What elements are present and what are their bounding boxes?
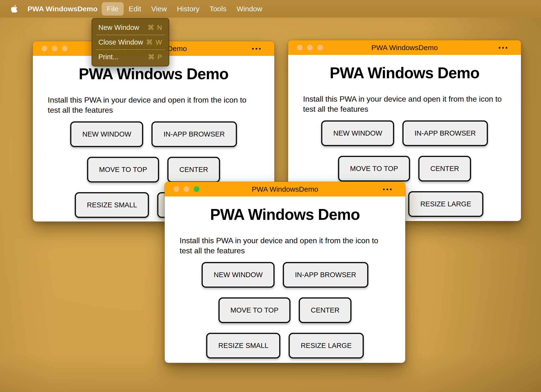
resize-small-button[interactable]: RESIZE SMALL: [75, 192, 149, 218]
menu-item-label: New Window: [98, 24, 139, 32]
menu-separator: [96, 49, 165, 50]
button-row: MOVE TO TOP CENTER: [303, 156, 506, 182]
button-row: NEW WINDOW IN-APP BROWSER: [303, 120, 506, 146]
traffic-light-zoom-button[interactable]: [194, 186, 199, 192]
center-button[interactable]: CENTER: [418, 156, 471, 182]
menu-edit[interactable]: Edit: [124, 2, 146, 16]
move-to-top-button[interactable]: MOVE TO TOP: [87, 157, 159, 183]
desktop: PWA WindowsDemo ••• PWA Windows Demo Ins…: [0, 0, 541, 392]
resize-small-button[interactable]: RESIZE SMALL: [206, 333, 280, 359]
traffic-light-minimize-button[interactable]: [307, 45, 313, 50]
button-grid: NEW WINDOW IN-APP BROWSER MOVE TO TOP CE…: [180, 262, 390, 359]
menu-window[interactable]: Window: [231, 2, 267, 16]
in-app-browser-button[interactable]: IN-APP BROWSER: [402, 120, 488, 146]
move-to-top-button[interactable]: MOVE TO TOP: [338, 156, 410, 182]
new-window-button[interactable]: NEW WINDOW: [202, 262, 275, 288]
window-content: PWA Windows Demo Install this PWA in you…: [165, 206, 405, 359]
traffic-light-close-button[interactable]: [174, 186, 179, 192]
button-row: NEW WINDOW IN-APP BROWSER: [180, 262, 390, 288]
traffic-lights: [42, 41, 68, 56]
window-titlebar[interactable]: PWA WindowsDemo •••: [288, 40, 521, 55]
traffic-light-zoom-button[interactable]: [62, 46, 68, 51]
center-button[interactable]: CENTER: [299, 297, 352, 323]
traffic-light-minimize-button[interactable]: [52, 46, 57, 51]
traffic-light-close-button[interactable]: [297, 45, 303, 50]
description-text: Install this PWA in your device and open…: [48, 95, 259, 115]
app-window-front[interactable]: PWA WindowsDemo ••• PWA Windows Demo Ins…: [165, 182, 405, 363]
file-menu-dropdown: New Window ⌘ N Close Window ⌘ W Print...…: [92, 18, 169, 66]
new-window-button[interactable]: NEW WINDOW: [321, 120, 394, 146]
traffic-lights: [174, 182, 199, 196]
page-title: PWA Windows Demo: [48, 65, 259, 83]
menu-file[interactable]: File: [102, 2, 123, 16]
description-text: Install this PWA in your device and open…: [303, 94, 506, 114]
window-title: PWA WindowsDemo: [165, 185, 405, 193]
menu-bar: PWA WindowsDemo File Edit View History T…: [0, 0, 541, 18]
traffic-lights: [297, 40, 323, 55]
menu-item-shortcut: ⌘ N: [148, 24, 162, 32]
button-row: NEW WINDOW IN-APP BROWSER: [48, 121, 259, 147]
traffic-light-zoom-button[interactable]: [317, 45, 323, 50]
in-app-browser-button[interactable]: IN-APP BROWSER: [283, 262, 368, 288]
traffic-light-minimize-button[interactable]: [184, 186, 189, 192]
menu-item-print[interactable]: Print... ⌘ P: [92, 50, 169, 64]
center-button[interactable]: CENTER: [167, 157, 220, 183]
traffic-light-close-button[interactable]: [42, 46, 47, 51]
menu-tools[interactable]: Tools: [204, 2, 231, 16]
window-titlebar[interactable]: PWA WindowsDemo •••: [165, 182, 405, 196]
menu-history[interactable]: History: [172, 2, 204, 16]
button-row: MOVE TO TOP CENTER: [180, 297, 390, 323]
menu-view[interactable]: View: [146, 2, 172, 16]
window-more-options-button[interactable]: •••: [383, 186, 393, 193]
window-title: PWA WindowsDemo: [288, 44, 521, 52]
button-row: RESIZE SMALL RESIZE LARGE: [180, 333, 390, 359]
move-to-top-button[interactable]: MOVE TO TOP: [218, 297, 291, 323]
menu-separator: [96, 35, 165, 35]
menu-item-shortcut: ⌘ P: [148, 53, 162, 61]
in-app-browser-button[interactable]: IN-APP BROWSER: [151, 121, 237, 147]
menu-item-new-window[interactable]: New Window ⌘ N: [92, 21, 169, 34]
menu-item-label: Print...: [98, 53, 119, 61]
menu-item-close-window[interactable]: Close Window ⌘ W: [92, 35, 169, 49]
resize-large-button[interactable]: RESIZE LARGE: [408, 191, 483, 217]
page-title: PWA Windows Demo: [180, 206, 390, 223]
button-row: MOVE TO TOP CENTER: [48, 157, 259, 183]
window-more-options-button[interactable]: •••: [499, 44, 509, 51]
apple-menu-icon[interactable]: [11, 5, 18, 13]
resize-large-button[interactable]: RESIZE LARGE: [289, 333, 364, 359]
new-window-button[interactable]: NEW WINDOW: [70, 121, 143, 147]
window-more-options-button[interactable]: •••: [252, 45, 262, 52]
page-title: PWA Windows Demo: [303, 64, 506, 82]
menu-item-shortcut: ⌘ W: [146, 38, 162, 46]
menu-item-label: Close Window: [98, 38, 143, 46]
menubar-app-name[interactable]: PWA WindowsDemo: [27, 5, 97, 13]
description-text: Install this PWA in your device and open…: [180, 235, 390, 256]
